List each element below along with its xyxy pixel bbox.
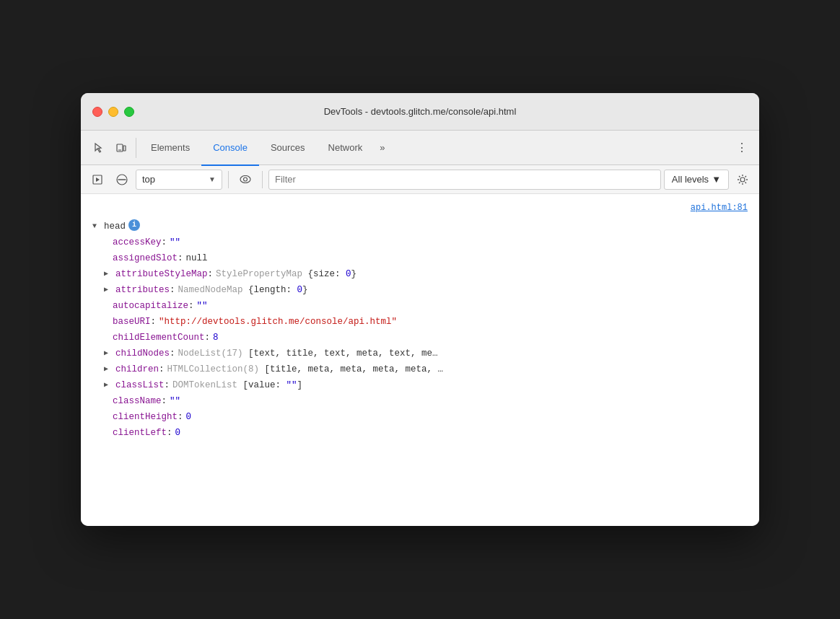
prop-value-className: "" bbox=[170, 394, 180, 408]
prop-value-assignedSlot: null bbox=[186, 251, 208, 265]
clear-icon bbox=[116, 174, 128, 185]
console-content: api.html:81 ▼ head i accessKey : "" assi… bbox=[81, 194, 759, 526]
prop-name-children: children bbox=[115, 362, 159, 377]
gear-icon bbox=[737, 174, 748, 185]
prop-row-autocapitalize[interactable]: autocapitalize : "" bbox=[81, 298, 759, 314]
prop-name-classList: classList bbox=[115, 378, 165, 392]
prop-name-attributes: attributes bbox=[115, 283, 170, 297]
prop-row-clientLeft[interactable]: clientLeft : 0 bbox=[81, 425, 759, 441]
titlebar: DevTools - devtools.glitch.me/console/ap… bbox=[81, 93, 759, 131]
devtools-tabs: Elements Console Sources Network » ⋮ bbox=[81, 131, 759, 165]
prop-name-childElementCount: childElementCount bbox=[113, 330, 205, 345]
prop-row-children[interactable]: ▶ children : HTMLCollection(8) [title, m… bbox=[81, 361, 759, 377]
inspect-element-button[interactable] bbox=[87, 136, 110, 159]
prop-expand-attributes[interactable]: ▶ bbox=[104, 283, 113, 297]
prop-row-attributeStyleMap[interactable]: ▶ attributeStyleMap : StylePropertyMap {… bbox=[81, 266, 759, 282]
prop-name-baseURI: baseURI bbox=[113, 315, 151, 329]
log-levels-button[interactable]: All levels ▼ bbox=[664, 170, 729, 190]
tab-sources[interactable]: Sources bbox=[259, 131, 317, 166]
prop-expand-attributeStyleMap[interactable]: ▶ bbox=[104, 267, 113, 281]
head-row[interactable]: ▼ head i bbox=[81, 219, 759, 234]
file-reference[interactable]: api.html:81 bbox=[81, 200, 759, 219]
svg-marker-4 bbox=[96, 177, 100, 182]
prop-row-clientHeight[interactable]: clientHeight : 0 bbox=[81, 409, 759, 425]
prop-name-attributeStyleMap: attributeStyleMap bbox=[115, 267, 208, 281]
svg-rect-1 bbox=[123, 146, 126, 151]
prop-row-assignedSlot[interactable]: assignedSlot : null bbox=[81, 250, 759, 266]
prop-expand-children[interactable]: ▶ bbox=[104, 362, 113, 377]
device-icon bbox=[115, 142, 127, 154]
tabs-divider bbox=[136, 138, 136, 158]
head-info-icon[interactable]: i bbox=[128, 219, 140, 231]
svg-point-9 bbox=[740, 177, 745, 182]
eye-icon bbox=[240, 175, 251, 183]
tab-console[interactable]: Console bbox=[201, 131, 259, 166]
prop-name-clientHeight: clientHeight bbox=[113, 410, 178, 424]
prop-row-childElementCount[interactable]: childElementCount : 8 bbox=[81, 330, 759, 346]
prop-row-baseURI[interactable]: baseURI : "http://devtools.glitch.me/con… bbox=[81, 314, 759, 330]
execute-icon bbox=[92, 175, 102, 185]
prop-value-clientHeight: 0 bbox=[186, 410, 192, 424]
device-toolbar-button[interactable] bbox=[110, 136, 133, 159]
prop-name-assignedSlot: assignedSlot bbox=[113, 251, 178, 265]
toolbar-separator-2 bbox=[262, 171, 263, 188]
head-expand-arrow[interactable]: ▼ bbox=[92, 219, 101, 234]
prop-name-className: className bbox=[113, 394, 162, 408]
cursor-icon bbox=[92, 142, 104, 154]
tab-network[interactable]: Network bbox=[317, 131, 375, 166]
clear-console-button[interactable] bbox=[111, 169, 133, 190]
minimize-button[interactable] bbox=[108, 107, 118, 117]
prop-expand-childNodes[interactable]: ▶ bbox=[104, 346, 113, 361]
prop-row-accessKey[interactable]: accessKey : "" bbox=[81, 234, 759, 250]
window-title: DevTools - devtools.glitch.me/console/ap… bbox=[324, 106, 517, 117]
svg-point-7 bbox=[240, 176, 250, 183]
prop-row-childNodes[interactable]: ▶ childNodes : NodeList(17) [text, title… bbox=[81, 346, 759, 361]
context-selector[interactable]: top ▼ bbox=[136, 170, 222, 190]
prop-name-autocapitalize: autocapitalize bbox=[113, 299, 188, 313]
console-toolbar: top ▼ All levels ▼ bbox=[81, 165, 759, 194]
filter-input-wrapper[interactable] bbox=[268, 170, 661, 190]
prop-value-baseURI: "http://devtools.glitch.me/console/api.h… bbox=[159, 315, 397, 329]
filter-input[interactable] bbox=[275, 174, 655, 185]
prop-name-clientLeft: clientLeft bbox=[113, 426, 167, 440]
levels-arrow-icon: ▼ bbox=[712, 174, 721, 185]
head-label: head bbox=[104, 219, 126, 234]
devtools-menu-button[interactable]: ⋮ bbox=[730, 136, 753, 159]
prop-expand-classList[interactable]: ▶ bbox=[104, 378, 113, 392]
more-tabs-button[interactable]: » bbox=[374, 142, 390, 153]
traffic-lights bbox=[92, 107, 134, 117]
eye-button[interactable] bbox=[235, 169, 256, 190]
console-settings-button[interactable] bbox=[732, 169, 753, 190]
toolbar-separator bbox=[228, 171, 229, 188]
svg-point-8 bbox=[244, 177, 248, 181]
prop-row-classList[interactable]: ▶ classList : DOMTokenList [value: "" ] bbox=[81, 377, 759, 393]
prop-row-className[interactable]: className : "" bbox=[81, 393, 759, 409]
prop-name-accessKey: accessKey bbox=[113, 235, 162, 250]
fullscreen-button[interactable] bbox=[124, 107, 134, 117]
prop-row-attributes[interactable]: ▶ attributes : NamedNodeMap {length: 0 } bbox=[81, 282, 759, 298]
execute-context-button[interactable] bbox=[87, 169, 108, 190]
prop-value-clientLeft: 0 bbox=[175, 426, 181, 440]
tab-elements[interactable]: Elements bbox=[139, 131, 201, 166]
devtools-window: DevTools - devtools.glitch.me/console/ap… bbox=[81, 93, 759, 526]
prop-value-childElementCount: 8 bbox=[213, 330, 219, 345]
context-selector-arrow: ▼ bbox=[209, 175, 216, 183]
prop-name-childNodes: childNodes bbox=[115, 346, 170, 361]
prop-value-autocapitalize: "" bbox=[197, 299, 208, 313]
prop-value-accessKey: "" bbox=[170, 235, 180, 250]
close-button[interactable] bbox=[92, 107, 102, 117]
